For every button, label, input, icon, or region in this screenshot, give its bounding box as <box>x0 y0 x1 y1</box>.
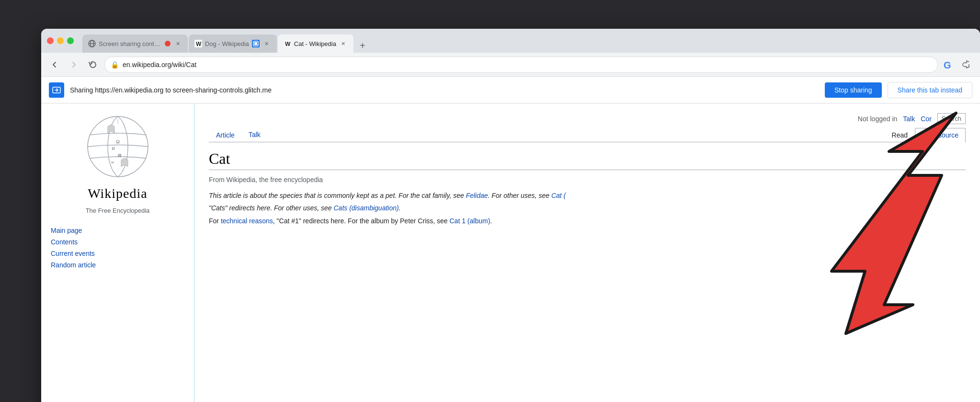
reload-button[interactable] <box>85 57 101 72</box>
tab-cat-wikipedia[interactable]: W Cat - Wikipedia ✕ <box>278 34 353 53</box>
svg-point-11 <box>88 116 148 177</box>
wiki-subtitle-text: From Wikipedia, the free encyclopedia <box>209 176 966 184</box>
nav-bar: 🔒 en.wikipedia.org/wiki/Cat G <box>41 53 980 77</box>
tab-cat-wikipedia-close[interactable]: ✕ <box>339 39 348 48</box>
current-events-link[interactable]: Current events <box>51 250 95 257</box>
close-button[interactable] <box>47 37 54 44</box>
search-box[interactable]: Search <box>937 113 966 124</box>
not-logged-in-text: Not logged in <box>858 115 898 123</box>
tabs-bar: Screen sharing controls ✕ W Dog - Wikipe… <box>82 29 974 53</box>
stop-sharing-button[interactable]: Stop sharing <box>825 82 882 98</box>
forward-button[interactable] <box>66 57 81 72</box>
sharing-icon <box>49 82 64 98</box>
minimize-button[interactable] <box>57 37 64 44</box>
lock-icon: 🔒 <box>111 61 119 69</box>
cor-text: Cor <box>921 115 932 123</box>
nav-right-icons: G <box>942 57 974 72</box>
contents-link[interactable]: Contents <box>51 238 78 246</box>
wikipedia-globe-logo: Ω И 維 W <box>84 113 151 180</box>
tab-read[interactable]: Read <box>885 128 915 142</box>
search-placeholder: Search <box>942 115 961 122</box>
tab-dog-wikipedia-close[interactable]: ✕ <box>262 39 271 48</box>
recording-dot <box>165 41 171 46</box>
cat-disambiguation-link[interactable]: Cat ( <box>551 192 566 199</box>
tab-screen-sharing-close[interactable]: ✕ <box>173 39 182 48</box>
wiki-tabs: Article Talk Read View source <box>209 128 966 142</box>
sharing-text: Sharing https://en.wikipedia.org to scre… <box>70 86 819 94</box>
wiki-nav-links: Main page Contents Current events Random… <box>51 225 184 271</box>
svg-text:И: И <box>112 147 114 151</box>
svg-text:G: G <box>944 60 951 70</box>
title-bar: Screen sharing controls ✕ W Dog - Wikipe… <box>41 29 980 53</box>
tab-talk[interactable]: Talk <box>242 128 267 142</box>
share-tab-button[interactable]: Share this tab instead <box>888 82 972 98</box>
svg-text:W: W <box>285 41 291 47</box>
wikipedia-icon-cat: W <box>284 40 291 47</box>
svg-text:維: 維 <box>117 153 122 158</box>
cat-1-album-link[interactable]: Cat 1 (album) <box>450 217 490 225</box>
wiki-paragraph-2: "Cats" redirects here. For other uses, s… <box>209 203 966 213</box>
traffic-lights <box>47 37 74 44</box>
tab-dog-wikipedia-title: Dog - Wikipedia <box>205 40 249 47</box>
wiki-sidebar: Ω И 維 W Wikipedia The Free Encyclopedia … <box>41 103 194 402</box>
felidae-link[interactable]: Felidae <box>466 192 488 199</box>
tab-article[interactable]: Article <box>209 128 242 142</box>
url-text: en.wikipedia.org/wiki/Cat <box>123 61 932 69</box>
globe-icon <box>88 40 96 47</box>
tab-share-icon <box>252 40 260 47</box>
tab-cat-wikipedia-title: Cat - Wikipedia <box>294 40 336 47</box>
sharing-banner: Sharing https://en.wikipedia.org to scre… <box>41 77 980 103</box>
wiki-main: Not logged in Talk Cor Search Article Ta… <box>194 103 980 402</box>
wikipedia-subtitle: The Free Encyclopedia <box>86 207 150 214</box>
wiki-paragraph-3: For technical reasons, "Cat #1" redirect… <box>209 216 966 226</box>
wikipedia-title: Wikipedia <box>88 186 148 201</box>
svg-text:Ω: Ω <box>116 139 119 144</box>
talk-link[interactable]: Talk <box>903 115 915 123</box>
cats-disambiguation-link[interactable]: Cats (disambiguation) <box>334 204 399 212</box>
technical-reasons-link[interactable]: technical reasons <box>221 217 273 225</box>
svg-text:W: W <box>111 161 114 164</box>
back-button[interactable] <box>47 57 62 72</box>
svg-text:W: W <box>196 41 202 47</box>
wikipedia-icon: W <box>194 40 202 47</box>
random-article-link[interactable]: Random article <box>51 261 96 269</box>
share-icon[interactable] <box>959 57 974 72</box>
address-bar[interactable]: 🔒 en.wikipedia.org/wiki/Cat <box>104 57 938 73</box>
tab-dog-wikipedia[interactable]: W Dog - Wikipedia ✕ <box>189 34 277 53</box>
new-tab-icon: + <box>360 40 365 51</box>
wiki-body-text: This article is about the species that i… <box>209 190 966 226</box>
svg-rect-6 <box>254 42 257 45</box>
tab-screen-sharing[interactable]: Screen sharing controls ✕ <box>82 34 188 53</box>
tab-view-source[interactable]: View source <box>915 128 966 142</box>
maximize-button[interactable] <box>67 37 74 44</box>
browser-window: Screen sharing controls ✕ W Dog - Wikipe… <box>41 29 980 402</box>
tab-screen-sharing-title: Screen sharing controls <box>99 40 162 47</box>
google-icon: G <box>942 57 957 72</box>
page-content: Ω И 維 W Wikipedia The Free Encyclopedia … <box>41 103 980 402</box>
wiki-page-title: Cat <box>209 150 966 170</box>
wiki-paragraph-1: This article is about the species that i… <box>209 190 966 201</box>
new-tab-button[interactable]: + <box>355 38 370 53</box>
main-page-link[interactable]: Main page <box>51 227 82 234</box>
